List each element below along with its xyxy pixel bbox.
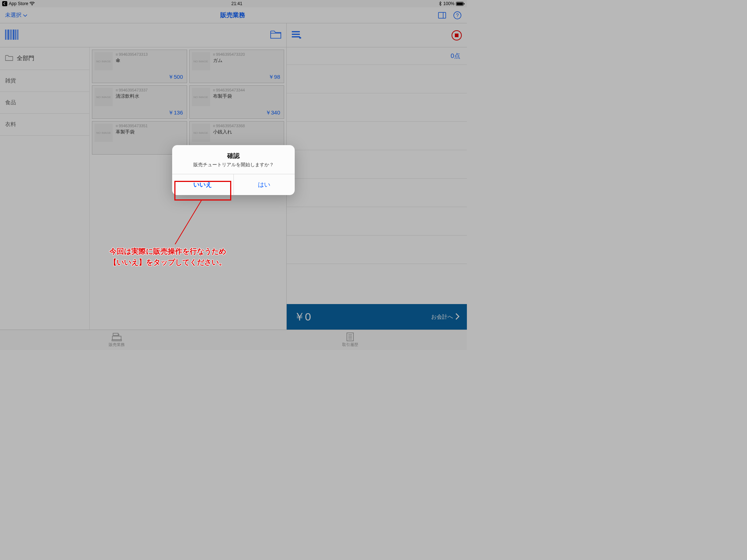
confirm-dialog: 確認 販売チュートリアルを開始しますか？ いいえ はい — [172, 145, 295, 195]
dialog-yes-button[interactable]: はい — [233, 174, 295, 195]
dialog-title: 確認 — [178, 152, 289, 160]
dialog-message: 販売チュートリアルを開始しますか？ — [178, 162, 289, 168]
dialog-no-button[interactable]: いいえ — [172, 174, 233, 195]
